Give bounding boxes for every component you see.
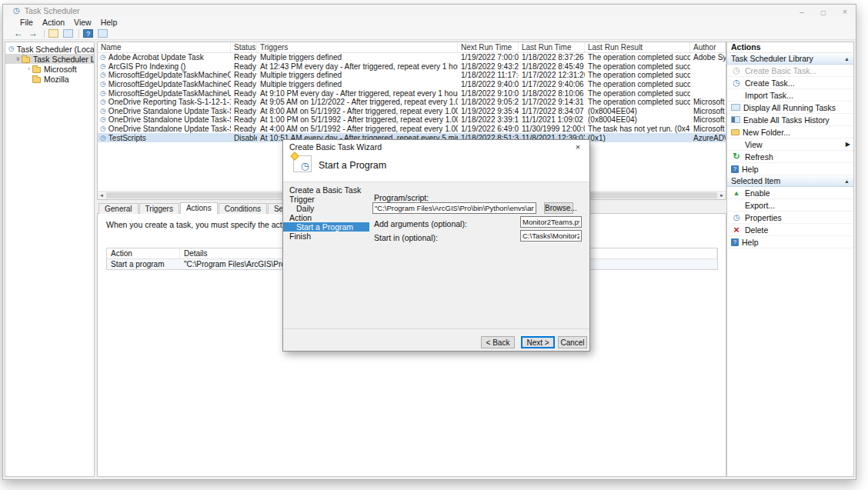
action-menu-item[interactable]: Delete xyxy=(727,224,853,236)
section-header-library[interactable]: Task Scheduler Library ▲ xyxy=(727,53,853,65)
tree-expander-icon[interactable]: ∨ xyxy=(15,55,22,62)
folder-icon xyxy=(32,77,41,83)
action-item-label: Delete xyxy=(745,225,850,235)
add-arguments-input[interactable] xyxy=(520,216,582,228)
column-header-name[interactable]: Name xyxy=(98,42,231,52)
tree-item-label: Task Scheduler Library xyxy=(33,55,94,64)
collapse-icon[interactable]: ▲ xyxy=(844,178,850,184)
table-row[interactable]: ◷OneDrive Standalone Update Task-S-1-5-2… xyxy=(98,115,726,125)
wizard-nav-item[interactable]: Create a Basic Task xyxy=(283,185,369,195)
section-header-label: Selected Item xyxy=(731,176,780,185)
back-icon[interactable] xyxy=(14,28,23,38)
action-menu-item[interactable]: Enable xyxy=(727,187,853,199)
task-next-run: 1/19/2022 6:49:00 AM xyxy=(458,125,519,133)
action-menu-item[interactable]: Export... xyxy=(727,199,853,212)
console-tree-toggle-icon[interactable] xyxy=(48,29,58,38)
wizard-form: Program/script: Browse... Add arguments … xyxy=(369,182,589,328)
task-next-run: 1/19/2022 7:00:00 AM xyxy=(458,53,519,62)
task-author: Microsoft Co xyxy=(690,107,726,115)
task-next-run: 1/18/2022 9:10:06 AM xyxy=(458,89,519,98)
tree-root-task-scheduler-local[interactable]: ◷ Task Scheduler (Local) xyxy=(5,44,94,54)
action-menu-item[interactable]: Help xyxy=(727,236,853,248)
refresh-icon xyxy=(731,152,742,162)
sparkle-icon xyxy=(290,152,299,160)
table-row[interactable]: ◷MicrosoftEdgeUpdateTaskMachineCore1d7cf… xyxy=(98,80,726,89)
column-header-last-run[interactable]: Last Run Time xyxy=(519,42,585,52)
task-next-run: 1/18/2022 9:43:27 AM xyxy=(458,62,519,71)
show-action-pane-icon[interactable] xyxy=(98,29,108,38)
column-header-author[interactable]: Author xyxy=(690,42,726,52)
wizard-nav-item[interactable]: Action xyxy=(283,213,369,222)
tree-item[interactable]: › Microsoft xyxy=(5,64,94,74)
action-menu-item[interactable]: Enable All Tasks History xyxy=(727,114,853,126)
action-menu-item[interactable]: Create Basic Task... xyxy=(727,65,853,77)
tree-item[interactable]: Mozilla xyxy=(5,74,94,84)
tree-root-label: Task Scheduler (Local) xyxy=(17,45,94,54)
cancel-button[interactable]: Cancel xyxy=(558,336,587,348)
action-menu-item[interactable]: Help xyxy=(727,163,853,175)
wizard-nav-item[interactable]: Finish xyxy=(283,232,369,241)
task-triggers: At 4:00 AM on 5/1/1992 - After triggered… xyxy=(257,125,458,133)
table-row[interactable]: ◷MicrosoftEdgeUpdateTaskMachineUA Ready … xyxy=(98,88,726,98)
task-rows: ◷Adobe Acrobat Update Task Ready Multipl… xyxy=(98,53,726,142)
forward-icon[interactable] xyxy=(28,28,38,38)
task-author: Microsoft Co xyxy=(690,125,726,133)
detail-tab[interactable]: Actions xyxy=(180,202,218,214)
table-row[interactable]: ◷OneDrive Reporting Task-S-1-12-1-148139… xyxy=(98,98,726,107)
column-header-action[interactable]: Action xyxy=(107,248,180,258)
detail-tab[interactable]: Conditions xyxy=(219,203,267,214)
wizard-nav-item[interactable]: Daily xyxy=(283,204,369,213)
tree-expander-icon[interactable]: › xyxy=(25,65,32,72)
wizard-nav-item[interactable]: Start a Program xyxy=(283,222,369,232)
task-result: (0x1) xyxy=(585,134,690,142)
wizard-nav-item[interactable]: Trigger xyxy=(283,195,369,204)
menu-item[interactable]: Action xyxy=(38,18,69,27)
task-icon: ◷ xyxy=(100,72,106,78)
section-header-selected-item[interactable]: Selected Item ▲ xyxy=(727,175,853,187)
table-row[interactable]: ◷OneDrive Standalone Update Task-S-1-5-2… xyxy=(98,125,726,134)
action-menu-item[interactable]: Import Task... xyxy=(727,89,853,102)
action-menu-item[interactable]: Refresh xyxy=(727,151,853,163)
detail-tab[interactable]: Triggers xyxy=(139,203,179,214)
menu-item[interactable]: Help xyxy=(96,18,122,27)
create-task-icon xyxy=(731,78,742,88)
column-header-next-run[interactable]: Next Run Time xyxy=(458,42,519,52)
detail-tab[interactable]: General xyxy=(98,203,139,214)
program-script-input[interactable] xyxy=(372,202,536,214)
start-in-input[interactable] xyxy=(520,230,582,242)
minimize-button[interactable] xyxy=(791,8,813,16)
tree-item[interactable]: ∨ Task Scheduler Library xyxy=(5,54,94,64)
task-name-cell: ◷OneDrive Standalone Update Task-S-1-5-2… xyxy=(98,115,231,124)
close-button[interactable] xyxy=(834,7,856,16)
action-menu-item[interactable]: Properties xyxy=(727,212,853,224)
task-triggers: Multiple triggers defined xyxy=(257,80,458,88)
column-header-triggers[interactable]: Triggers xyxy=(257,42,458,52)
table-row[interactable]: ◷ArcGIS Pro Indexing () Ready At 12:43 P… xyxy=(98,62,726,72)
task-last-run: 1/18/2022 8:37:26 AM xyxy=(519,53,585,62)
action-menu-item[interactable]: Display All Running Tasks xyxy=(727,102,853,114)
wizard-close-icon[interactable] xyxy=(566,140,589,154)
column-header-result[interactable]: Last Run Result xyxy=(585,42,690,52)
maximize-button[interactable] xyxy=(813,8,834,16)
show-window-icon[interactable] xyxy=(63,29,73,38)
action-menu-item[interactable]: New Folder... xyxy=(727,126,853,138)
next-button[interactable]: Next > xyxy=(521,336,555,348)
menu-item[interactable]: View xyxy=(69,18,96,27)
column-header-status[interactable]: Status xyxy=(231,42,257,52)
action-menu-item[interactable]: View ▶ xyxy=(727,138,853,151)
browse-button[interactable]: Browse... xyxy=(544,202,573,214)
menu-item[interactable]: File xyxy=(15,18,38,27)
action-menu-item[interactable]: Create Task... xyxy=(727,77,853,89)
back-button[interactable]: < Back xyxy=(481,336,515,348)
table-row[interactable]: ◷Adobe Acrobat Update Task Ready Multipl… xyxy=(98,53,726,62)
task-last-run: 1/17/2022 9:14:31 AM xyxy=(519,98,585,106)
scroll-left-icon[interactable] xyxy=(98,193,105,198)
wizard-step-heading: Start a Program xyxy=(319,160,386,171)
collapse-icon[interactable]: ▲ xyxy=(844,56,850,62)
scroll-right-icon[interactable] xyxy=(718,193,726,198)
create-basic-task-wizard: Create Basic Task Wizard ◷ Start a Progr… xyxy=(282,139,590,352)
selected-item-actions: Enable Export... Properties xyxy=(727,187,853,248)
table-row[interactable]: ◷OneDrive Standalone Update Task-S-1-12-… xyxy=(98,107,726,116)
help-icon[interactable]: ? xyxy=(83,29,93,38)
table-row[interactable]: ◷MicrosoftEdgeUpdateTaskMachineCore Read… xyxy=(98,71,726,80)
